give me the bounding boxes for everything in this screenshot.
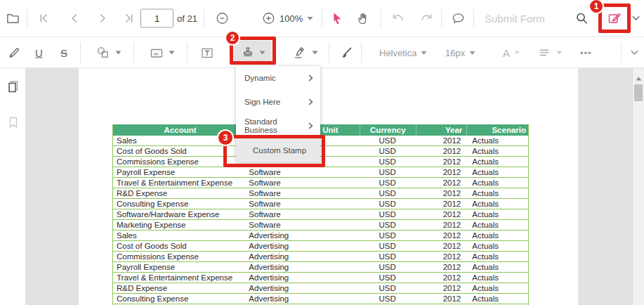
- open-folder-button[interactable]: [6, 11, 20, 26]
- next-page-button[interactable]: [96, 11, 110, 26]
- table-row: Consulting Expense Advertising USD 2012 …: [113, 294, 528, 304]
- font-color-glyph: A: [503, 47, 510, 59]
- table-row: Marketing Expense Software USD 2012 Actu…: [113, 220, 528, 231]
- format-toolbar: U S Helvetica: [0, 38, 644, 68]
- page-number-field[interactable]: [141, 13, 173, 24]
- align-icon: [538, 45, 552, 60]
- hand-icon: [357, 11, 371, 26]
- zoom-level-value: 100%: [280, 13, 303, 24]
- brush-icon: [339, 45, 354, 60]
- table-row: Payroll Expense Software USD 2012 Actual…: [113, 167, 528, 178]
- strikethrough-button[interactable]: S: [60, 47, 67, 59]
- table-body: Sales USD 2012 Actuals Cost of Goods Sol…: [113, 136, 528, 305]
- redo-icon: [419, 11, 434, 26]
- table-row: Travel & Entertainment Expense Advertisi…: [113, 273, 528, 283]
- caret-down-icon: [307, 16, 313, 20]
- font-size-dropdown[interactable]: 16px: [445, 48, 475, 58]
- first-page-button[interactable]: [37, 11, 51, 26]
- zoom-in-button[interactable]: [261, 11, 276, 26]
- format-collapse-button[interactable]: [629, 48, 640, 58]
- stamp-icon: [241, 46, 255, 60]
- undo-button[interactable]: [390, 11, 406, 26]
- image-icon: [149, 45, 164, 60]
- edit-form-button[interactable]: [607, 11, 622, 26]
- search-icon: [574, 11, 589, 26]
- vertical-scrollbar[interactable]: [632, 68, 644, 305]
- table-row: Cost of Goods Sold Advertising USD 2012 …: [113, 241, 528, 252]
- caret-down-icon: [514, 51, 520, 55]
- hand-tool-button[interactable]: [357, 11, 371, 26]
- table-row: Payroll Expense Advertising USD 2012 Act…: [113, 262, 528, 273]
- comment-icon: [451, 11, 466, 26]
- highlight-pen-button[interactable]: [7, 45, 22, 60]
- font-color-dropdown[interactable]: A: [503, 47, 520, 59]
- comment-button[interactable]: [451, 11, 466, 26]
- column-header: Scenario: [466, 124, 528, 136]
- table-row: Commissions Expense USD 2012 Actuals: [113, 157, 528, 167]
- submit-form-button[interactable]: Submit Form: [485, 13, 545, 25]
- column-header: Year: [416, 124, 467, 136]
- stamp-dropdown[interactable]: [234, 41, 272, 65]
- chevron-left-icon: [67, 11, 81, 26]
- left-sidebar: [0, 68, 25, 305]
- pointer-icon: [330, 11, 344, 26]
- font-family-value: Helvetica: [379, 48, 416, 58]
- page-thumbnails-button[interactable]: [6, 79, 21, 94]
- menu-item-sign-here[interactable]: Sign Here: [236, 90, 320, 114]
- zoom-in-icon: [261, 11, 276, 26]
- scroll-up-arrow[interactable]: [636, 77, 642, 81]
- table-row: R&D Expense Software USD 2012 Actuals: [113, 188, 528, 199]
- bookmarks-button[interactable]: [6, 115, 21, 130]
- scrollbar-thumb[interactable]: [634, 84, 643, 101]
- chevron-down-icon: [629, 48, 640, 58]
- previous-page-button[interactable]: [67, 11, 81, 26]
- redo-button[interactable]: [419, 11, 434, 26]
- form-edit-icon: [607, 11, 622, 26]
- stamp-menu: Dynamic Sign Here Standard Business Cust…: [236, 66, 320, 162]
- table-row: R&D Expense Advertising USD 2012 Actuals: [113, 283, 528, 294]
- folder-icon: [6, 11, 20, 26]
- chevron-down-icon: [631, 13, 641, 24]
- menu-item-standard-business[interactable]: Standard Business: [236, 114, 320, 138]
- page-number-input[interactable]: [140, 9, 173, 28]
- caret-down-icon: [169, 51, 175, 55]
- chevron-right-icon: [308, 74, 313, 82]
- underline-button[interactable]: U: [35, 47, 43, 59]
- pages-icon: [6, 79, 21, 94]
- align-dropdown[interactable]: [538, 45, 563, 60]
- shapes-dropdown[interactable]: [96, 45, 121, 60]
- table-row: Cost of Goods Sold USD 2012 Actuals: [113, 146, 528, 157]
- signature-dropdown[interactable]: [292, 45, 318, 60]
- document-canvas: Account Unit Currency Year Scenario Sale…: [25, 68, 632, 305]
- table-row: Sales USD 2012 Actuals: [113, 136, 528, 146]
- caret-down-icon: [259, 51, 265, 55]
- caret-down-icon: [421, 51, 427, 55]
- image-dropdown[interactable]: [149, 45, 175, 60]
- zoom-out-icon: [215, 11, 230, 26]
- caret-down-icon: [556, 51, 563, 55]
- bookmark-icon: [6, 115, 21, 130]
- menu-item-dynamic[interactable]: Dynamic: [236, 66, 320, 90]
- undo-icon: [390, 11, 406, 26]
- textbox-icon: [199, 45, 215, 60]
- pdf-editor-app: of 21 100% Submit Form: [0, 0, 644, 305]
- menu-item-custom-stamp[interactable]: Custom Stamp: [236, 138, 320, 162]
- table-row: Consulting Expense Software USD 2012 Act…: [113, 199, 528, 209]
- table-row: Commissions Expense Advertising USD 2012…: [113, 252, 528, 262]
- textbox-button[interactable]: [199, 45, 215, 60]
- caret-down-icon: [312, 51, 318, 55]
- more-options-button[interactable]: •••: [580, 48, 592, 58]
- brush-button[interactable]: [339, 45, 354, 60]
- zoom-level-dropdown[interactable]: 100%: [280, 13, 313, 24]
- font-family-dropdown[interactable]: Helvetica: [379, 48, 427, 58]
- chevron-right-icon: [308, 122, 313, 129]
- select-tool-button[interactable]: [330, 11, 344, 26]
- shapes-icon: [96, 45, 111, 60]
- document-page[interactable]: Account Unit Currency Year Scenario Sale…: [79, 68, 578, 305]
- zoom-out-button[interactable]: [215, 11, 230, 26]
- toolbar-collapse-button[interactable]: [631, 13, 641, 24]
- last-page-button[interactable]: [122, 11, 136, 26]
- chevron-right-icon: [96, 11, 110, 26]
- search-button[interactable]: [574, 11, 589, 26]
- font-size-value: 16px: [445, 48, 465, 58]
